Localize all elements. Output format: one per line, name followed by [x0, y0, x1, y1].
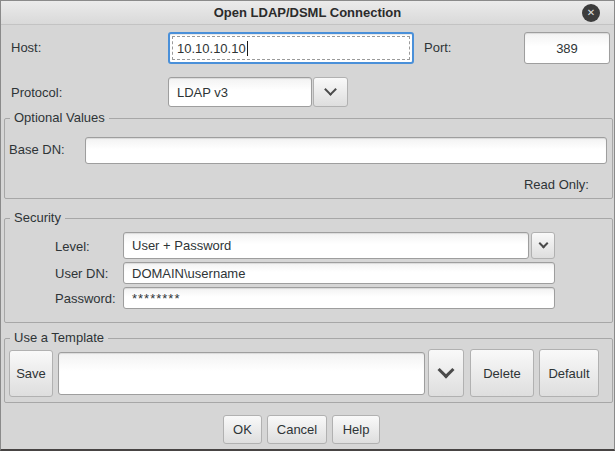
- chevron-down-icon: [324, 83, 337, 96]
- protocol-label: Protocol:: [11, 85, 62, 100]
- help-button-label: Help: [343, 422, 370, 437]
- cancel-button-label: Cancel: [277, 422, 317, 437]
- host-label: Host:: [11, 40, 41, 55]
- ldap-connection-dialog: Open LDAP/DSML Connection ✕ Host: 10.10.…: [0, 0, 615, 451]
- level-label: Level:: [55, 239, 90, 254]
- window-title: Open LDAP/DSML Connection: [1, 1, 614, 24]
- base-dn-label: Base DN:: [9, 142, 65, 157]
- cancel-button[interactable]: Cancel: [267, 415, 327, 444]
- delete-button-label: Delete: [483, 366, 521, 381]
- level-value: User + Password: [132, 238, 231, 253]
- default-button-label: Default: [548, 366, 589, 381]
- port-input[interactable]: 389: [524, 32, 610, 64]
- password-input[interactable]: ********: [123, 287, 555, 309]
- delete-button[interactable]: Delete: [470, 349, 534, 397]
- host-value: 10.10.10.10: [177, 41, 246, 56]
- template-dropdown-button[interactable]: [428, 349, 464, 397]
- level-dropdown-button[interactable]: [531, 232, 555, 259]
- save-button-label: Save: [16, 366, 46, 381]
- optional-values-title: Optional Values: [10, 110, 109, 125]
- titlebar: Open LDAP/DSML Connection ✕: [1, 1, 614, 25]
- protocol-combo[interactable]: LDAP v3: [168, 77, 312, 107]
- text-caret: [247, 41, 248, 56]
- port-label: Port:: [424, 40, 451, 55]
- port-value: 389: [556, 41, 578, 56]
- help-button[interactable]: Help: [332, 415, 380, 444]
- security-title: Security: [10, 210, 65, 225]
- template-combo-input[interactable]: [58, 352, 425, 395]
- user-dn-input[interactable]: DOMAIN\username: [123, 262, 555, 284]
- ok-button[interactable]: OK: [223, 415, 262, 444]
- level-combo[interactable]: User + Password: [123, 232, 529, 259]
- close-icon: ✕: [582, 4, 600, 22]
- protocol-value: LDAP v3: [177, 85, 228, 100]
- user-dn-value: DOMAIN\username: [132, 266, 245, 281]
- user-dn-label: User DN:: [55, 266, 108, 281]
- default-button[interactable]: Default: [539, 349, 599, 397]
- host-input[interactable]: 10.10.10.10: [168, 32, 414, 64]
- password-label: Password:: [55, 291, 116, 306]
- template-title: Use a Template: [10, 330, 108, 345]
- protocol-dropdown-button[interactable]: [313, 77, 348, 107]
- close-button[interactable]: ✕: [582, 4, 600, 22]
- chevron-down-icon: [438, 361, 455, 378]
- base-dn-input[interactable]: [85, 137, 607, 164]
- save-button[interactable]: Save: [9, 350, 53, 397]
- chevron-down-icon: [538, 239, 548, 249]
- password-value: ********: [132, 291, 180, 306]
- read-only-label: Read Only:: [524, 177, 589, 192]
- ok-button-label: OK: [233, 422, 252, 437]
